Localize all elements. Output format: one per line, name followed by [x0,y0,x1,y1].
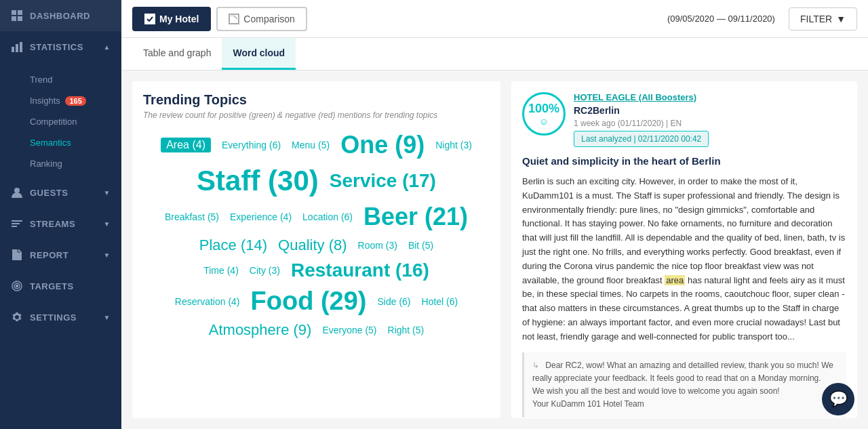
word-staff[interactable]: Staff (30) [197,165,319,197]
my-hotel-button[interactable]: My Hotel [132,7,211,31]
chevron-right-icon2: ▼ [104,220,111,228]
my-hotel-label: My Hotel [159,14,199,24]
sidebar-item-targets[interactable]: TARGETS [0,270,121,302]
word-reservation[interactable]: Reservation (4) [175,296,240,307]
tab-wordcloud[interactable]: Word cloud [222,38,296,70]
sidebar-label-dashboard: DASHBOARD [30,11,90,21]
filter-button[interactable]: FILTER ▼ [789,7,857,30]
chat-icon: 💬 [829,390,848,408]
target-icon [11,280,23,292]
svg-rect-2 [12,16,16,21]
file-icon [11,249,23,261]
word-location[interactable]: Location (6) [302,211,353,222]
word-menu[interactable]: Menu (5) [292,140,330,150]
word-night[interactable]: Night (3) [435,140,472,150]
word-cloud: Area (4) Everything (6) Menu (5) One (9)… [143,131,490,407]
review-body: Berlin is such an exciting city. However… [522,175,846,344]
comparison-label: Comparison [243,14,294,24]
stream-icon [11,218,23,230]
word-bit[interactable]: Bit (5) [408,240,433,251]
sidebar-item-competition[interactable]: Competition [0,111,121,132]
content-area: Trending Topics The review count for pos… [121,70,868,429]
svg-rect-5 [16,44,18,52]
sidebar-item-insights[interactable]: Insights 165 [0,90,121,111]
word-area[interactable]: Area (4) [161,138,211,152]
word-row-6: Reservation (4) Food (29) Side (6) Hotel… [143,287,490,316]
hotel-name-link[interactable]: HOTEL EAGLE (All Boosters) [574,92,709,102]
sidebar-label-report: REPORT [30,250,68,260]
word-row-3: Breakfast (5) Experience (4) Location (6… [143,203,490,231]
svg-rect-4 [12,47,14,52]
chevron-right-icon: ▼ [104,189,111,197]
tabs: Table and graph Word cloud [121,38,868,70]
svg-rect-1 [18,10,22,15]
avatar: 100% ☺ [522,92,566,136]
sidebar-item-trend[interactable]: Trend [0,69,121,90]
svg-rect-0 [12,10,16,15]
svg-rect-3 [18,16,22,21]
review-percent: 100% [528,102,559,116]
highlight-area: area [665,275,685,285]
word-row-5: Time (4) City (3) Restaurant (16) [143,260,490,281]
word-everything[interactable]: Everything (6) [222,140,281,150]
reply-section: ↳ Dear RC2, wow! What an amazing and det… [522,352,846,418]
svg-rect-6 [20,42,22,52]
sidebar-item-streams[interactable]: STREAMS ▼ [0,208,121,239]
word-everyone[interactable]: Everyone (5) [322,325,376,335]
topbar: My Hotel Comparison (09/05/2020 — 09/11/… [121,0,868,38]
sidebar-item-report[interactable]: REPORT ▼ [0,239,121,270]
word-place[interactable]: Place (14) [199,237,267,254]
main-content: My Hotel Comparison (09/05/2020 — 09/11/… [121,0,868,429]
sidebar: DASHBOARD STATISTICS ▲ Trend Insights 16… [0,0,121,429]
date-range: (09/05/2020 — 09/11/2020) [667,14,775,24]
checkbox-checked-icon [144,14,155,24]
word-row-2: Staff (30) Service (17) [143,165,490,197]
chevron-right-icon3: ▼ [104,251,111,259]
review-title: Quiet and simplicity in the heart of Ber… [522,155,846,167]
sidebar-item-semantics[interactable]: Semantics [0,132,121,153]
chat-bubble-button[interactable]: 💬 [822,383,854,415]
word-row-7: Atmosphere (9) Everyone (5) Right (5) [143,321,490,339]
sidebar-sub-statistics: Trend Insights 165 Competition Semantics… [0,62,121,177]
comparison-button[interactable]: Comparison [216,7,307,31]
review-header: 100% ☺ HOTEL EAGLE (All Boosters) RC2Ber… [522,92,846,147]
word-breakfast[interactable]: Breakfast (5) [165,211,219,222]
word-room[interactable]: Room (3) [358,240,397,251]
word-quality[interactable]: Quality (8) [278,237,347,254]
dropdown-arrow-icon: ▼ [836,14,846,24]
word-restaurant[interactable]: Restaurant (16) [291,260,429,281]
person-icon [11,186,23,199]
word-atmosphere[interactable]: Atmosphere (9) [209,321,312,339]
word-one[interactable]: One (9) [340,131,425,159]
grid-icon [11,9,23,22]
word-right[interactable]: Right (5) [388,325,425,335]
bar-chart-icon [11,41,23,53]
smile-icon: ☺ [539,116,549,127]
sidebar-item-ranking[interactable]: Ranking [0,153,121,174]
sidebar-item-statistics[interactable]: STATISTICS ▲ [0,31,121,62]
word-service[interactable]: Service (17) [330,170,436,192]
sidebar-label-targets: TARGETS [30,281,74,291]
word-food[interactable]: Food (29) [251,287,367,316]
sidebar-item-settings[interactable]: SETTINGS ▼ [0,302,121,333]
word-beer[interactable]: Beer (21) [363,203,468,231]
word-city[interactable]: City (3) [250,265,280,276]
word-hotel[interactable]: Hotel (6) [422,296,458,307]
panel-subtitle: The review count for positive (green) & … [143,110,490,120]
review-panel: 100% ☺ HOTEL EAGLE (All Boosters) RC2Ber… [511,81,857,418]
gear-icon [11,311,23,323]
word-side[interactable]: Side (6) [377,296,410,307]
sidebar-label-guests: GUESTS [30,188,68,198]
sidebar-label-statistics: STATISTICS [30,42,83,52]
word-cloud-panel: Trending Topics The review count for pos… [132,81,500,418]
svg-point-10 [16,285,18,287]
sidebar-label-settings: SETTINGS [30,312,77,323]
word-row-4: Place (14) Quality (8) Room (3) Bit (5) [143,237,490,254]
sidebar-item-guests[interactable]: GUESTS ▼ [0,177,121,208]
tab-table[interactable]: Table and graph [132,38,222,70]
word-experience[interactable]: Experience (4) [230,211,292,222]
reply-arrow-icon: ↳ [532,361,539,370]
word-time[interactable]: Time (4) [203,265,239,276]
sidebar-item-dashboard[interactable]: DASHBOARD [0,0,121,31]
insights-badge: 165 [65,96,85,106]
